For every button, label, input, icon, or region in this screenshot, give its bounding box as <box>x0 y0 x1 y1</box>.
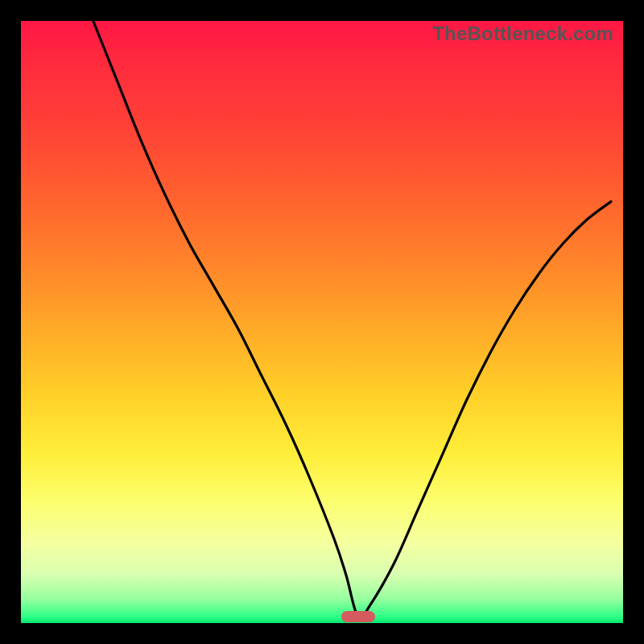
chart-frame: TheBottleneck.com <box>0 0 644 644</box>
curve-path <box>93 21 611 619</box>
optimal-marker <box>341 611 375 622</box>
bottleneck-curve <box>21 21 623 623</box>
plot-area: TheBottleneck.com <box>21 21 623 623</box>
watermark-text: TheBottleneck.com <box>432 23 613 45</box>
